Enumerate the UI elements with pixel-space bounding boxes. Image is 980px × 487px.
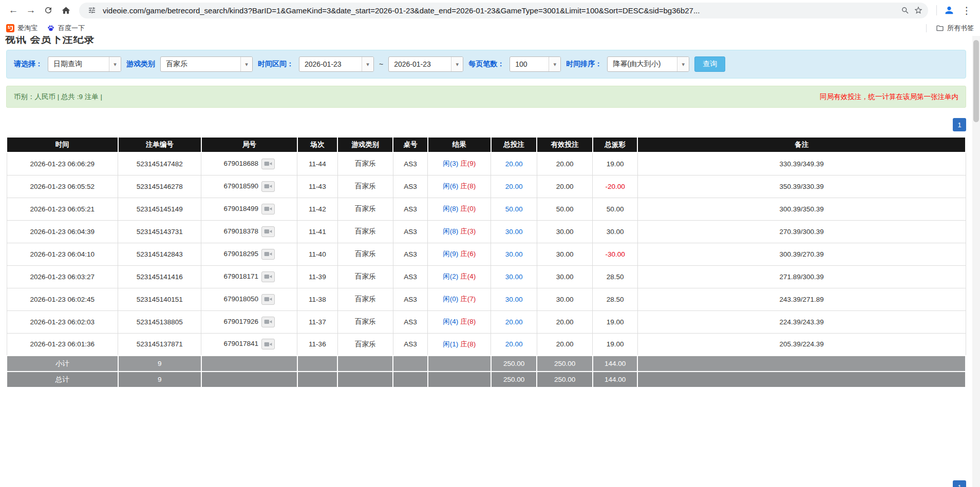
cell-total-bet: 20.00: [491, 310, 537, 333]
zoom-icon[interactable]: [898, 4, 912, 17]
video-replay-button[interactable]: [261, 159, 275, 169]
chevron-down-icon[interactable]: ▾: [677, 57, 689, 71]
sort-order-select[interactable]: 降幂(由大到小) ▾: [607, 56, 689, 72]
reload-button[interactable]: [40, 2, 56, 18]
header-time: 时间: [7, 137, 118, 152]
page-size-select[interactable]: 100 ▾: [510, 56, 561, 72]
bookmark-star-icon[interactable]: [912, 4, 925, 17]
video-replay-button[interactable]: [261, 226, 275, 237]
round-number: 679018171: [224, 272, 259, 280]
total-bet-link[interactable]: 50.00: [505, 205, 523, 213]
date-end-select[interactable]: 2026-01-23 ▾: [388, 56, 463, 72]
home-button[interactable]: [58, 2, 74, 18]
cell-total-bet: 30.00: [491, 265, 537, 288]
video-replay-button[interactable]: [261, 249, 275, 260]
page-scrollbar[interactable]: [972, 36, 980, 487]
filter-label-date-range: 时间区间：: [258, 60, 294, 69]
search-button[interactable]: 查询: [694, 56, 725, 72]
total-bet-link[interactable]: 30.00: [505, 273, 523, 281]
taobao-favicon: [6, 24, 14, 32]
site-settings-icon[interactable]: [85, 4, 99, 17]
all-bookmarks-button[interactable]: 所有书签: [936, 24, 974, 33]
cell-total-bet: 30.00: [491, 220, 537, 243]
table-row: 2026-01-23 06:06:29 523145147482 6790186…: [7, 152, 966, 175]
round-number: 679017841: [224, 340, 259, 347]
bet-records-table: 时间 注单编号 局号 场次 游戏类别 桌号 结果 总投注 有效投注 总派彩 备注…: [6, 137, 966, 388]
forward-icon: →: [26, 5, 36, 16]
cell-result: 闲(6)庄(8): [428, 175, 491, 198]
video-replay-button[interactable]: [261, 294, 275, 305]
chevron-down-icon[interactable]: ▾: [549, 57, 560, 71]
video-replay-button[interactable]: [261, 317, 275, 327]
header-result: 结果: [428, 137, 491, 152]
header-total-bet: 总投注: [491, 137, 537, 152]
date-start-select[interactable]: 2026-01-23 ▾: [299, 56, 374, 72]
bookmark-baidu[interactable]: 百度一下: [47, 24, 85, 33]
page-number-button-bottom[interactable]: 1: [953, 480, 966, 487]
browser-toolbar: ← → videoie.com/game/betrecord_search/ki…: [0, 0, 980, 21]
cell-table: AS3: [393, 175, 427, 198]
round-number: 679017926: [224, 318, 259, 325]
cell-payout: 28.50: [593, 265, 638, 288]
folder-icon: [936, 24, 944, 32]
total-bet-link[interactable]: 20.00: [505, 183, 523, 190]
cell-round: 679018295: [201, 243, 297, 265]
header-round: 局号: [201, 137, 297, 152]
result-player: 闲(1): [443, 340, 458, 348]
video-camera-icon: [264, 341, 272, 347]
bookmark-taobao[interactable]: 爱淘宝: [6, 24, 37, 33]
sort-order-value: 降幂(由大到小): [608, 57, 677, 71]
cell-time: 2026-01-23 06:05:21: [7, 198, 118, 220]
cell-time: 2026-01-23 06:03:27: [7, 265, 118, 288]
cell-bet-id: 523145141416: [118, 265, 201, 288]
forward-button[interactable]: →: [23, 2, 39, 18]
browser-menu-button[interactable]: ⋮: [958, 2, 975, 18]
cell-note: 205.39/224.39: [637, 333, 966, 356]
chevron-down-icon[interactable]: ▾: [362, 57, 373, 71]
subtotal-row: 小计 9 250.00 250.00 144.00: [7, 356, 966, 372]
cell-valid-bet: 30.00: [537, 220, 592, 243]
video-camera-icon: [264, 161, 272, 167]
round-number: 679018378: [224, 227, 259, 235]
filter-label-game-type: 游戏类别: [126, 60, 155, 69]
video-replay-button[interactable]: [261, 204, 275, 215]
cell-valid-bet: 50.00: [537, 198, 592, 220]
game-type-select[interactable]: 百家乐 ▾: [160, 56, 253, 72]
video-replay-button[interactable]: [261, 271, 275, 282]
total-bet-link[interactable]: 20.00: [505, 318, 523, 326]
cell-total-bet: 30.00: [491, 288, 537, 310]
chevron-down-icon[interactable]: ▾: [240, 57, 252, 71]
table-row: 2026-01-23 06:02:45 523145140151 6790180…: [7, 288, 966, 310]
cell-payout: -30.00: [593, 243, 638, 265]
reload-icon: [44, 6, 53, 15]
date-mode-select[interactable]: 日期查询 ▾: [48, 56, 121, 72]
video-replay-button[interactable]: [261, 181, 275, 192]
video-replay-button[interactable]: [261, 339, 275, 349]
page-number-button[interactable]: 1: [953, 118, 966, 131]
total-bet-link[interactable]: 30.00: [505, 250, 523, 258]
video-camera-icon: [264, 228, 272, 235]
chevron-down-icon[interactable]: ▾: [451, 57, 463, 71]
cell-bet-id: 523145142843: [118, 243, 201, 265]
bookmarks-divider: [926, 24, 927, 32]
profile-button[interactable]: [941, 2, 957, 18]
cell-result: 闲(1)庄(8): [428, 333, 491, 356]
currency-summary-text: 币别：人民币 | 总共 :9 注单 |: [14, 92, 102, 102]
cell-time: 2026-01-23 06:02:03: [7, 310, 118, 333]
total-bet-link[interactable]: 30.00: [505, 228, 523, 236]
cell-game-type: 百家乐: [337, 175, 393, 198]
total-bet-link[interactable]: 30.00: [505, 296, 523, 303]
scrollbar-thumb[interactable]: [973, 40, 979, 122]
cell-valid-bet: 20.00: [537, 175, 592, 198]
cell-payout: 30.00: [593, 220, 638, 243]
total-bet-link[interactable]: 20.00: [505, 160, 523, 168]
pagination-top: 1: [0, 118, 966, 131]
chevron-down-icon[interactable]: ▾: [109, 57, 121, 71]
baidu-favicon: [47, 24, 55, 32]
url-text: videoie.com/game/betrecord_search/kind3?…: [103, 6, 898, 15]
total-bet-link[interactable]: 20.00: [505, 340, 523, 348]
back-button[interactable]: ←: [5, 2, 22, 18]
result-player: 闲(3): [443, 160, 458, 167]
cell-total-bet: 20.00: [491, 333, 537, 356]
address-bar[interactable]: videoie.com/game/betrecord_search/kind3?…: [79, 3, 928, 18]
